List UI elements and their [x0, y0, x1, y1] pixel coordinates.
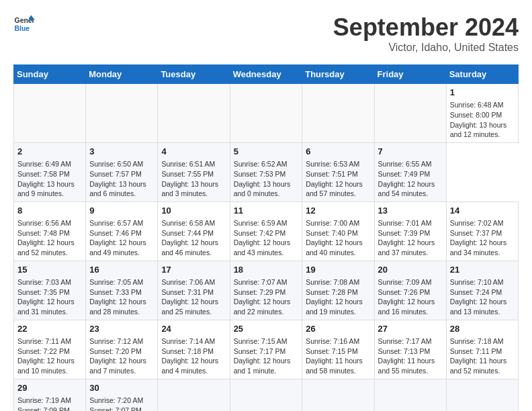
calendar-day-cell: 24Sunrise: 7:14 AMSunset: 7:18 PMDayligh…: [158, 320, 230, 379]
calendar-day-cell: 6Sunrise: 6:53 AMSunset: 7:51 PMDaylight…: [302, 142, 374, 201]
calendar-day-cell: 26Sunrise: 7:16 AMSunset: 7:15 PMDayligh…: [302, 320, 374, 379]
calendar-table: SundayMondayTuesdayWednesdayThursdayFrid…: [13, 64, 519, 411]
calendar-week-row: 8Sunrise: 6:56 AMSunset: 7:48 PMDaylight…: [14, 201, 519, 261]
calendar-empty-cell: [158, 379, 230, 411]
calendar-empty-cell: [14, 84, 86, 143]
day-of-week-header: Tuesday: [158, 65, 230, 84]
calendar-day-cell: 10Sunrise: 6:58 AMSunset: 7:44 PMDayligh…: [158, 201, 230, 261]
calendar-empty-cell: [230, 84, 302, 143]
title-block: September 2024 Victor, Idaho, United Sta…: [333, 13, 519, 54]
calendar-week-row: 29Sunrise: 7:19 AMSunset: 7:09 PMDayligh…: [14, 379, 519, 411]
day-of-week-header: Thursday: [302, 65, 374, 84]
month-title: September 2024: [333, 13, 519, 42]
calendar-day-cell: 29Sunrise: 7:19 AMSunset: 7:09 PMDayligh…: [14, 379, 86, 411]
calendar-empty-cell: [86, 84, 158, 143]
calendar-day-cell: 4Sunrise: 6:51 AMSunset: 7:55 PMDaylight…: [158, 142, 230, 201]
calendar-day-cell: 7Sunrise: 6:55 AMSunset: 7:49 PMDaylight…: [374, 142, 446, 201]
calendar-empty-cell: [374, 379, 446, 411]
logo-icon: General Blue: [13, 13, 35, 35]
calendar-day-cell: 13Sunrise: 7:01 AMSunset: 7:39 PMDayligh…: [374, 201, 446, 261]
calendar-week-row: 1Sunrise: 6:48 AMSunset: 8:00 PMDaylight…: [14, 84, 519, 143]
calendar-week-row: 15Sunrise: 7:03 AMSunset: 7:35 PMDayligh…: [14, 261, 519, 320]
calendar-day-cell: 25Sunrise: 7:15 AMSunset: 7:17 PMDayligh…: [230, 320, 302, 379]
calendar-day-cell: 27Sunrise: 7:17 AMSunset: 7:13 PMDayligh…: [374, 320, 446, 379]
calendar-day-cell: 2Sunrise: 6:49 AMSunset: 7:58 PMDaylight…: [14, 142, 86, 201]
calendar-day-cell: 30Sunrise: 7:20 AMSunset: 7:07 PMDayligh…: [86, 379, 158, 411]
calendar-day-cell: 15Sunrise: 7:03 AMSunset: 7:35 PMDayligh…: [14, 261, 86, 320]
location: Victor, Idaho, United States: [333, 42, 519, 54]
calendar-day-cell: 14Sunrise: 7:02 AMSunset: 7:37 PMDayligh…: [446, 201, 518, 261]
calendar-day-cell: 11Sunrise: 6:59 AMSunset: 7:42 PMDayligh…: [230, 201, 302, 261]
calendar-empty-cell: [302, 84, 374, 143]
day-of-week-header: Friday: [374, 65, 446, 84]
calendar-empty-cell: [230, 379, 302, 411]
calendar-day-cell: 9Sunrise: 6:57 AMSunset: 7:46 PMDaylight…: [86, 201, 158, 261]
calendar-week-row: 2Sunrise: 6:49 AMSunset: 7:58 PMDaylight…: [14, 142, 519, 201]
calendar-week-row: 22Sunrise: 7:11 AMSunset: 7:22 PMDayligh…: [14, 320, 519, 379]
calendar-day-cell: 23Sunrise: 7:12 AMSunset: 7:20 PMDayligh…: [86, 320, 158, 379]
calendar-day-cell: 21Sunrise: 7:10 AMSunset: 7:24 PMDayligh…: [446, 261, 518, 320]
calendar-day-cell: 8Sunrise: 6:56 AMSunset: 7:48 PMDaylight…: [14, 201, 86, 261]
calendar-empty-cell: [158, 84, 230, 143]
calendar-day-cell: 5Sunrise: 6:52 AMSunset: 7:53 PMDaylight…: [230, 142, 302, 201]
calendar-day-cell: 3Sunrise: 6:50 AMSunset: 7:57 PMDaylight…: [86, 142, 158, 201]
logo: General Blue: [13, 13, 35, 35]
calendar-empty-cell: [446, 379, 518, 411]
calendar-day-cell: 12Sunrise: 7:00 AMSunset: 7:40 PMDayligh…: [302, 201, 374, 261]
calendar-day-cell: 17Sunrise: 7:06 AMSunset: 7:31 PMDayligh…: [158, 261, 230, 320]
calendar-day-cell: 18Sunrise: 7:07 AMSunset: 7:29 PMDayligh…: [230, 261, 302, 320]
page-header: General Blue September 2024 Victor, Idah…: [13, 13, 519, 54]
day-of-week-header: Wednesday: [230, 65, 302, 84]
calendar-day-cell: 28Sunrise: 7:18 AMSunset: 7:11 PMDayligh…: [446, 320, 518, 379]
calendar-day-cell: 20Sunrise: 7:09 AMSunset: 7:26 PMDayligh…: [374, 261, 446, 320]
calendar-day-cell: 16Sunrise: 7:05 AMSunset: 7:33 PMDayligh…: [86, 261, 158, 320]
day-of-week-header: Monday: [86, 65, 158, 84]
calendar-empty-cell: [374, 84, 446, 143]
day-of-week-header: Saturday: [446, 65, 518, 84]
svg-text:Blue: Blue: [15, 25, 30, 32]
calendar-day-cell: 22Sunrise: 7:11 AMSunset: 7:22 PMDayligh…: [14, 320, 86, 379]
day-of-week-header: Sunday: [14, 65, 86, 84]
calendar-day-cell: 1Sunrise: 6:48 AMSunset: 8:00 PMDaylight…: [446, 84, 518, 143]
calendar-day-cell: 19Sunrise: 7:08 AMSunset: 7:28 PMDayligh…: [302, 261, 374, 320]
calendar-empty-cell: [302, 379, 374, 411]
